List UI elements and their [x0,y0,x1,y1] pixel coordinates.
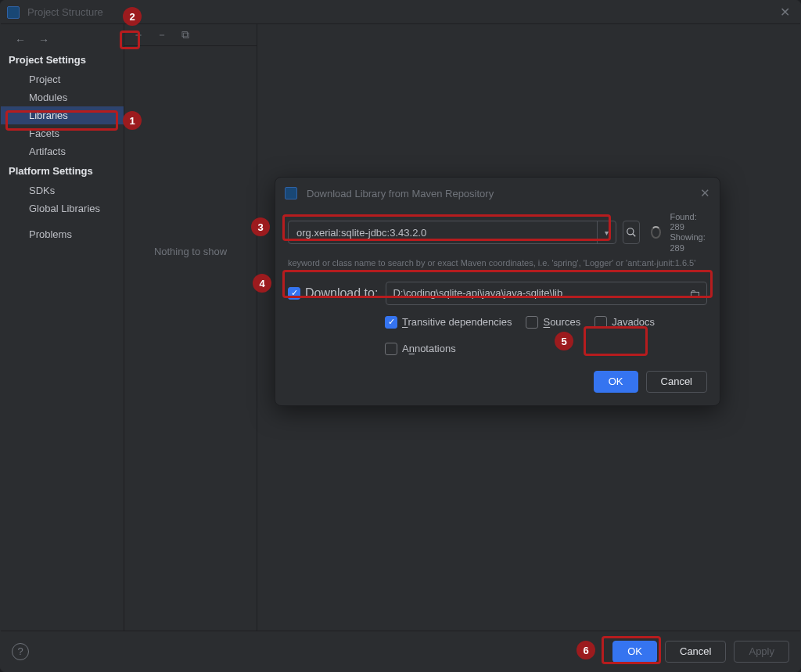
dialog-titlebar: Download Library from Maven Repository ✕ [275,178,720,209]
svg-line-1 [633,234,636,237]
dialog-ok-button[interactable]: OK [594,371,638,393]
settings-sidebar: ← → Project Settings Project Modules Lib… [1,24,124,631]
search-button[interactable] [623,221,640,244]
sidebar-item-libraries[interactable]: Libraries [1,106,124,124]
cancel-button[interactable]: Cancel [665,641,726,663]
dialog-close-icon[interactable]: ✕ [700,186,710,200]
sources-checkbox[interactable]: Sources [526,316,580,329]
forward-arrow-icon[interactable]: → [38,34,49,46]
svg-point-0 [627,228,634,235]
apply-button[interactable]: Apply [734,641,789,663]
javadocs-checkbox[interactable]: Javadocs [594,316,655,329]
add-library-button[interactable]: ＋ [132,29,145,41]
app-logo-icon [7,6,20,19]
sidebar-item-facets[interactable]: Facets [1,124,124,142]
checkbox-icon [385,343,397,355]
remove-library-button[interactable]: － [156,29,168,41]
javadocs-label: Javadocs [612,316,655,328]
window-title: Project Structure [27,6,103,18]
empty-list-label: Nothing to show [124,46,257,631]
libraries-list-column: ＋ － ⧉ Nothing to show [124,24,257,631]
project-structure-window: Project Structure ✕ ← → Project Settings… [0,0,801,672]
sidebar-item-project[interactable]: Project [1,70,124,88]
search-results-count: Found: 289 Showing: 289 [670,212,708,253]
download-path-input[interactable] [393,287,689,299]
search-icon [626,227,637,238]
checkbox-icon: ✓ [385,316,397,329]
sidebar-item-problems[interactable]: Problems [1,225,124,243]
loading-spinner-icon [651,226,661,239]
chevron-down-icon[interactable]: ▾ [597,221,616,243]
nav-arrows: ← → [1,31,124,49]
dialog-cancel-button[interactable]: Cancel [646,371,707,393]
annotations-label: Annotations [402,343,456,354]
sidebar-item-sdks[interactable]: SDKs [1,181,124,199]
download-to-checkbox[interactable]: ✓ Download to: [288,286,378,300]
back-arrow-icon[interactable]: ← [15,34,26,46]
download-to-label: Download to: [305,286,378,300]
help-button[interactable]: ? [12,643,29,660]
checkbox-icon [594,316,607,329]
checkbox-icon [526,316,538,329]
sidebar-item-artifacts[interactable]: Artifacts [1,142,124,160]
close-icon[interactable]: ✕ [775,5,794,20]
window-footer: ? OK Cancel Apply [1,631,800,671]
sidebar-item-global-libraries[interactable]: Global Libraries [1,199,124,217]
download-path-field[interactable]: 🗀 [386,282,707,305]
ok-button[interactable]: OK [612,641,657,663]
transitive-deps-label: Transitive dependencies [402,316,512,328]
search-hint: keyword or class name to search by or ex… [288,258,707,268]
folder-icon[interactable]: 🗀 [689,287,700,300]
maven-search-combo[interactable]: ▾ [288,221,616,244]
download-library-dialog: Download Library from Maven Repository ✕… [275,177,720,406]
section-platform-settings: Platform Settings [1,160,124,181]
transitive-deps-checkbox[interactable]: ✓ Transitive dependencies [385,316,512,329]
sidebar-item-modules[interactable]: Modules [1,88,124,106]
libraries-toolbar: ＋ － ⧉ [124,24,257,46]
dialog-title: Download Library from Maven Repository [307,188,494,199]
app-logo-icon [285,187,297,199]
annotations-checkbox[interactable]: Annotations [385,343,456,355]
sources-label: Sources [543,316,580,328]
section-project-settings: Project Settings [1,49,124,70]
copy-library-button[interactable]: ⧉ [179,29,192,41]
checkbox-icon: ✓ [288,287,300,300]
maven-search-input[interactable] [289,221,597,243]
titlebar: Project Structure ✕ [1,1,800,24]
